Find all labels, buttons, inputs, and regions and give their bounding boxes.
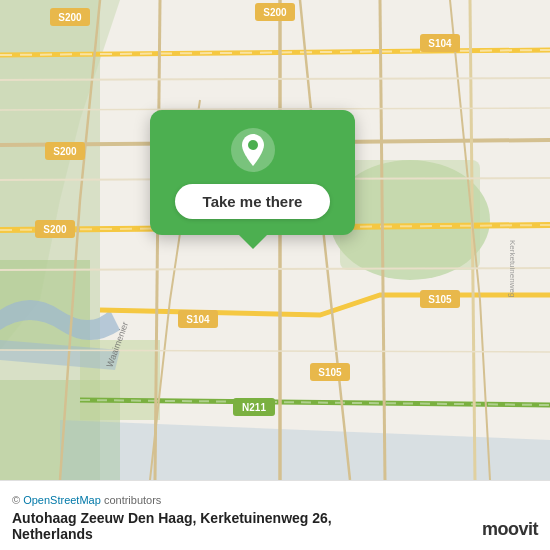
osm-link[interactable]: OpenStreetMap <box>23 494 101 506</box>
svg-text:N211: N211 <box>242 402 266 413</box>
location-pin-icon <box>231 128 275 172</box>
svg-text:S104: S104 <box>186 314 210 325</box>
footer: © OpenStreetMap contributors Autohaag Ze… <box>0 480 550 550</box>
location-title: Autohaag Zeeuw Den Haag, Kerketuinenweg … <box>12 510 538 542</box>
take-me-there-button[interactable]: Take me there <box>175 184 331 219</box>
svg-text:S200: S200 <box>53 146 77 157</box>
osm-contributors: contributors <box>104 494 161 506</box>
location-popup: Take me there <box>150 110 355 235</box>
svg-rect-3 <box>340 160 480 270</box>
svg-text:Kerketuinenweg: Kerketuinenweg <box>508 240 517 297</box>
location-name: Autohaag Zeeuw Den Haag, Kerketuinenweg … <box>12 510 332 526</box>
svg-text:S105: S105 <box>318 367 342 378</box>
svg-text:S200: S200 <box>43 224 67 235</box>
moovit-name: moovit <box>482 519 538 540</box>
svg-text:S200: S200 <box>58 12 82 23</box>
svg-text:S200: S200 <box>263 7 287 18</box>
svg-text:S104: S104 <box>428 38 452 49</box>
moovit-logo: moovit <box>482 519 538 540</box>
svg-point-28 <box>248 140 258 150</box>
location-country: Netherlands <box>12 526 93 542</box>
map-container: S200 S200 S200 S200 S104 S104 S105 S105 … <box>0 0 550 480</box>
svg-text:S105: S105 <box>428 294 452 305</box>
map-svg: S200 S200 S200 S200 S104 S104 S105 S105 … <box>0 0 550 480</box>
copyright-symbol: © <box>12 494 20 506</box>
osm-credit: © OpenStreetMap contributors <box>12 494 538 506</box>
